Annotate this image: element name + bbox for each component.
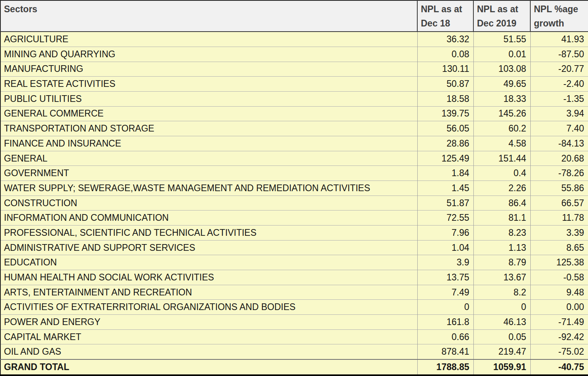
cell-npl-dec2019: 86.4 bbox=[473, 196, 530, 211]
cell-growth: 0.00 bbox=[530, 300, 588, 315]
cell-growth: 66.57 bbox=[530, 196, 588, 211]
cell-npl-dec18: 56.05 bbox=[417, 121, 473, 136]
grand-total-npl-dec2019: 1059.91 bbox=[473, 359, 530, 375]
cell-growth: 11.78 bbox=[530, 211, 588, 226]
cell-npl-dec2019: 2.26 bbox=[473, 181, 530, 196]
cell-npl-dec18: 7.49 bbox=[417, 285, 473, 300]
cell-npl-dec18: 1.84 bbox=[417, 166, 473, 181]
cell-npl-dec2019: 8.2 bbox=[473, 285, 530, 300]
cell-npl-dec18: 125.49 bbox=[417, 151, 473, 166]
grand-total-row: GRAND TOTAL1788.851059.91-40.75 bbox=[0, 359, 588, 375]
column-header-npl-growth: NPL %age growth bbox=[530, 0, 588, 32]
cell-sector: MINING AND QUARRYING bbox=[0, 47, 417, 62]
cell-sector: HUMAN HEALTH AND SOCIAL WORK ACTIVITIES bbox=[0, 270, 417, 285]
cell-npl-dec2019: 49.65 bbox=[473, 77, 530, 92]
table-row: TRANSPORTATION AND STORAGE56.0560.27.40 bbox=[0, 121, 588, 136]
cell-growth: -71.49 bbox=[530, 315, 588, 330]
cell-npl-dec18: 1.45 bbox=[417, 181, 473, 196]
cell-growth: 9.48 bbox=[530, 285, 588, 300]
cell-npl-dec2019: 151.44 bbox=[473, 151, 530, 166]
cell-npl-dec18: 28.86 bbox=[417, 136, 473, 151]
cell-npl-dec18: 3.9 bbox=[417, 255, 473, 270]
table-row: CONSTRUCTION51.8786.466.57 bbox=[0, 196, 588, 211]
cell-sector: TRANSPORTATION AND STORAGE bbox=[0, 121, 417, 136]
cell-npl-dec2019: 81.1 bbox=[473, 211, 530, 226]
cell-growth: -2.40 bbox=[530, 77, 588, 92]
cell-npl-dec18: 36.32 bbox=[417, 32, 473, 47]
cell-npl-dec18: 1.04 bbox=[417, 240, 473, 255]
table-row: HUMAN HEALTH AND SOCIAL WORK ACTIVITIES1… bbox=[0, 270, 588, 285]
cell-sector: AGRICULTURE bbox=[0, 32, 417, 47]
table-row: MINING AND QUARRYING0.080.01-87.50 bbox=[0, 47, 588, 62]
cell-growth: -87.50 bbox=[530, 47, 588, 62]
cell-sector: EDUCATION bbox=[0, 255, 417, 270]
table-row: PUBLIC UTILITIES18.5818.33-1.35 bbox=[0, 91, 588, 106]
cell-sector: GENERAL COMMERCE bbox=[0, 106, 417, 121]
table-row: REAL ESTATE ACTIVITIES50.8749.65-2.40 bbox=[0, 77, 588, 92]
cell-npl-dec18: 50.87 bbox=[417, 77, 473, 92]
cell-growth: -84.13 bbox=[530, 136, 588, 151]
cell-npl-dec18: 130.11 bbox=[417, 62, 473, 77]
cell-npl-dec2019: 103.08 bbox=[473, 62, 530, 77]
table-row: MANUFACTURING130.11103.08-20.77 bbox=[0, 62, 588, 77]
cell-npl-dec2019: 219.47 bbox=[473, 344, 530, 359]
cell-npl-dec2019: 0.05 bbox=[473, 329, 530, 344]
cell-sector: INFORMATION AND COMMUNICATION bbox=[0, 211, 417, 226]
cell-npl-dec2019: 0.4 bbox=[473, 166, 530, 181]
header-row: Sectors NPL as at Dec 18 NPL as at Dec 2… bbox=[0, 0, 588, 32]
cell-npl-dec18: 0 bbox=[417, 300, 473, 315]
cell-npl-dec2019: 46.13 bbox=[473, 315, 530, 330]
cell-npl-dec2019: 145.26 bbox=[473, 106, 530, 121]
table-row: CAPITAL MARKET0.660.05-92.42 bbox=[0, 329, 588, 344]
table-row: GENERAL125.49151.4420.68 bbox=[0, 151, 588, 166]
cell-sector: ADMINISTRATIVE AND SUPPORT SERVICES bbox=[0, 240, 417, 255]
table-row: ADMINISTRATIVE AND SUPPORT SERVICES1.041… bbox=[0, 240, 588, 255]
cell-sector: GOVERNMENT bbox=[0, 166, 417, 181]
table-row: EDUCATION3.98.79125.38 bbox=[0, 255, 588, 270]
cell-npl-dec2019: 13.67 bbox=[473, 270, 530, 285]
table-row: INFORMATION AND COMMUNICATION72.5581.111… bbox=[0, 211, 588, 226]
cell-npl-dec18: 51.87 bbox=[417, 196, 473, 211]
cell-sector: ARTS, ENTERTAINMENT AND RECREATION bbox=[0, 285, 417, 300]
cell-sector: OIL AND GAS bbox=[0, 344, 417, 359]
table-row: OIL AND GAS878.41219.47-75.02 bbox=[0, 344, 588, 359]
table-row: AGRICULTURE36.3251.5541.93 bbox=[0, 32, 588, 47]
column-header-npl-dec18: NPL as at Dec 18 bbox=[417, 0, 473, 32]
table-row: FINANCE AND INSURANCE28.864.58-84.13 bbox=[0, 136, 588, 151]
grand-total-npl-dec18: 1788.85 bbox=[417, 359, 473, 375]
column-header-sectors: Sectors bbox=[0, 0, 417, 32]
cell-sector: WATER SUPPLY; SEWERAGE,WASTE MANAGEMENT … bbox=[0, 181, 417, 196]
cell-npl-dec2019: 60.2 bbox=[473, 121, 530, 136]
cell-npl-dec2019: 1.13 bbox=[473, 240, 530, 255]
cell-sector: PUBLIC UTILITIES bbox=[0, 91, 417, 106]
cell-growth: 20.68 bbox=[530, 151, 588, 166]
cell-growth: -92.42 bbox=[530, 329, 588, 344]
cell-npl-dec2019: 18.33 bbox=[473, 91, 530, 106]
table-row: GOVERNMENT1.840.4-78.26 bbox=[0, 166, 588, 181]
cell-growth: -0.58 bbox=[530, 270, 588, 285]
cell-growth: -78.26 bbox=[530, 166, 588, 181]
cell-sector: GENERAL bbox=[0, 151, 417, 166]
cell-growth: -1.35 bbox=[530, 91, 588, 106]
cell-growth: 3.94 bbox=[530, 106, 588, 121]
cell-growth: 125.38 bbox=[530, 255, 588, 270]
cell-sector: CAPITAL MARKET bbox=[0, 329, 417, 344]
grand-total-growth: -40.75 bbox=[530, 359, 588, 375]
cell-growth: -20.77 bbox=[530, 62, 588, 77]
cell-sector: POWER AND ENERGY bbox=[0, 315, 417, 330]
table-row: GENERAL COMMERCE139.75145.263.94 bbox=[0, 106, 588, 121]
cell-growth: 7.40 bbox=[530, 121, 588, 136]
cell-npl-dec2019: 0.01 bbox=[473, 47, 530, 62]
cell-npl-dec18: 7.96 bbox=[417, 226, 473, 241]
cell-npl-dec2019: 8.23 bbox=[473, 226, 530, 241]
cell-npl-dec18: 0.08 bbox=[417, 47, 473, 62]
cell-npl-dec18: 18.58 bbox=[417, 91, 473, 106]
cell-sector: ACTIVITIES OF EXTRATERRITORIAL ORGANIZAT… bbox=[0, 300, 417, 315]
table-body: AGRICULTURE36.3251.5541.93MINING AND QUA… bbox=[0, 32, 588, 375]
table-row: WATER SUPPLY; SEWERAGE,WASTE MANAGEMENT … bbox=[0, 181, 588, 196]
table-row: POWER AND ENERGY161.846.13-71.49 bbox=[0, 315, 588, 330]
cell-sector: REAL ESTATE ACTIVITIES bbox=[0, 77, 417, 92]
cell-npl-dec2019: 51.55 bbox=[473, 32, 530, 47]
cell-growth: 3.39 bbox=[530, 226, 588, 241]
cell-growth: 8.65 bbox=[530, 240, 588, 255]
